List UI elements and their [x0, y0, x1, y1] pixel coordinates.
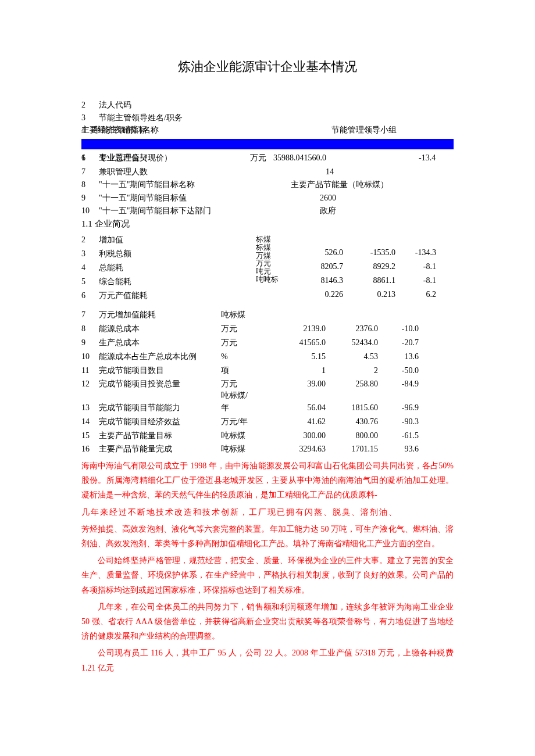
cell-num: 8 [81, 322, 99, 336]
row-number: 10 [81, 205, 99, 217]
cell-unit: 吨标煤/ [221, 391, 273, 401]
table-row: 0.226 0.213 6.2 [291, 288, 454, 302]
cell-unit: % [221, 350, 273, 364]
cell-unit: 吨标煤 [221, 442, 273, 456]
row-value: 2600 [320, 192, 336, 205]
cell-v2: 258.80 [326, 377, 378, 391]
row-label: 节能主管领导姓名/职务 [99, 112, 183, 124]
row-number: 7 [81, 166, 99, 178]
cell-v1: 1 [273, 364, 326, 378]
info-row: 3 节能主管领导姓名/职务 [81, 112, 454, 124]
cell-v3: -61.5 [378, 429, 419, 443]
cell-num: 16 [81, 442, 99, 456]
table-row: 7 万元增加值能耗 吨标煤 [81, 308, 454, 322]
unit: 万元 [250, 152, 266, 164]
info-row: 7 兼职管理人数 14 [81, 166, 454, 178]
cell-v3: -8.1 [395, 260, 436, 274]
cell-unit: 吨标煤 [221, 429, 273, 443]
cell-num: 2 [81, 233, 99, 247]
data-table: 2 增加值 3 利税总额 4 总能耗 5 综合能耗 6 万元产值能耗 [81, 233, 454, 456]
cell-v1: 56.04 [273, 401, 326, 415]
table-row: 5 综合能耗 [81, 275, 256, 289]
cell-num: 11 [81, 364, 99, 378]
cell-num: 15 [81, 429, 99, 443]
table-row: 16 主要产品节能量完成 吨标煤 3294.63 1701.15 93.6 [81, 442, 454, 456]
info-row: 10 "十一五"期间节能目标下达部门 政府 [81, 205, 454, 217]
table-row: 6 万元产值能耗 [81, 289, 256, 303]
cell-v1: 8205.7 [291, 260, 343, 274]
paragraph: 芳烃抽提、高效发泡剂、液化气等六套完整的装置。年加工能力达 50 万吨，可生产液… [81, 522, 454, 551]
top-info-block: 2 法人代码 3 节能主管领导姓名/职务 主要经济夜硝指标 4 节能主管部门名称… [81, 99, 454, 217]
cell-v2: 2 [326, 364, 378, 378]
cell-v3: -84.9 [378, 377, 419, 391]
unit: 万元 [256, 259, 291, 267]
unit: 标煤 [256, 235, 291, 243]
info-row: 8 "十一五"期间节能目标名称 主要产品节能量（吨标煤） [81, 178, 454, 191]
row-value: 主要产品节能量（吨标煤） [291, 178, 388, 191]
cell-v1: 2139.0 [273, 322, 326, 336]
cell-v2: 1701.15 [326, 442, 378, 456]
cell-unit: 万元 [221, 377, 273, 391]
table-row: 8205.7 8929.2 -8.1 [291, 260, 454, 274]
cell-v2: 0.213 [343, 288, 395, 302]
cell-v2: 52434.0 [326, 336, 378, 350]
overlapped-heading: 主要经济夜硝指标 4 节能主管部门名称 节能管理领导小组 [81, 125, 454, 152]
cell-v1: 3294.63 [273, 442, 326, 456]
cell-unit: 万元 [221, 322, 273, 336]
overlapped-row: 6 专业置理合契 1 工业总产值（现价） 万元 35988.041560.0 -… [81, 152, 454, 166]
cell-v1: 0.226 [291, 288, 343, 302]
unit: 万煤 [256, 252, 291, 260]
cell-v3: -134.3 [395, 246, 436, 260]
cell-v3: -90.3 [378, 415, 419, 429]
row-label: "十一五"期间节能目标名称 [99, 178, 291, 191]
row-value: 政府 [320, 205, 336, 217]
table-row: 8 能源总成本 万元 2139.0 2376.0 -10.0 [81, 322, 454, 336]
cell-v2: 800.00 [326, 429, 378, 443]
cell-label: 增加值 [99, 233, 221, 247]
cell-num: 10 [81, 350, 99, 364]
cell-v3: -10.0 [378, 322, 419, 336]
cell-v3: 13.6 [378, 350, 419, 364]
cell-num: 5 [81, 275, 99, 289]
cell-v2: 2376.0 [326, 322, 378, 336]
paragraph: 公司始终坚持严格管理，规范经营，把安全、质量、环保视为企业的三件大事。建立了完善… [81, 553, 454, 597]
row-label: 工业总产值（现价） [99, 152, 172, 164]
row-number: 2 [81, 99, 99, 112]
table-row: 9 生产总成本 万元 41565.0 52434.0 -20.7 [81, 336, 454, 350]
cell-unit: 万元/年 [221, 415, 273, 429]
blue-separator-bar [81, 139, 454, 149]
cell-label: 完成节能项目经济效益 [99, 415, 221, 429]
table-row: 3 利税总额 [81, 247, 256, 261]
page-title: 炼油企业能源审计企业基本情况 [81, 58, 454, 76]
cell-unit: 年 [221, 401, 273, 415]
cell-v1: 39.00 [273, 377, 326, 391]
cell-v1: 5.15 [273, 350, 326, 364]
row-label: "十一五"期间节能目标下达部门 [99, 205, 320, 217]
cell-unit: 项 [221, 364, 273, 378]
table-row: 4 总能耗 [81, 261, 256, 275]
cell-label: 综合能耗 [99, 275, 221, 289]
cell-v3: -8.1 [395, 274, 436, 288]
overlay-right: 节能管理领导小组 [331, 125, 397, 135]
cell-label: 利税总额 [99, 247, 221, 261]
cell-num: 4 [81, 261, 99, 275]
table-row: 14 完成节能项目经济效益 万元/年 41.62 430.76 -90.3 [81, 415, 454, 429]
row-number: 1 [81, 152, 99, 164]
row-label: "十一五"期间节能目标值 [99, 192, 320, 205]
unit: 吨吨标 [256, 275, 291, 284]
row-number: 3 [81, 112, 99, 124]
cell-v1: 300.00 [273, 429, 326, 443]
info-row: 2 法人代码 [81, 99, 454, 112]
table-row: 15 主要产品节能量目标 吨标煤 300.00 800.00 -61.5 [81, 429, 454, 443]
cell-v2: 1815.60 [326, 401, 378, 415]
cell-label: 主要产品节能量完成 [99, 442, 221, 456]
paragraph: 几年来经过不断地技术改造和技术创新，工厂现已拥有闪蒸、脱臭、溶剂油、 [81, 505, 454, 519]
cell-label: 能源成本占生产总成本比例 [99, 350, 221, 364]
table-row: 吨标煤/ [81, 391, 454, 401]
cell-v2: 4.53 [326, 350, 378, 364]
table-row: 10 能源成本占生产总成本比例 % 5.15 4.53 13.6 [81, 350, 454, 364]
table-row: 526.0 -1535.0 -134.3 [291, 246, 454, 260]
cell-num: 13 [81, 401, 99, 415]
cell-label: 完成节能项目节能能力 [99, 401, 221, 415]
cell-num: 7 [81, 308, 99, 322]
